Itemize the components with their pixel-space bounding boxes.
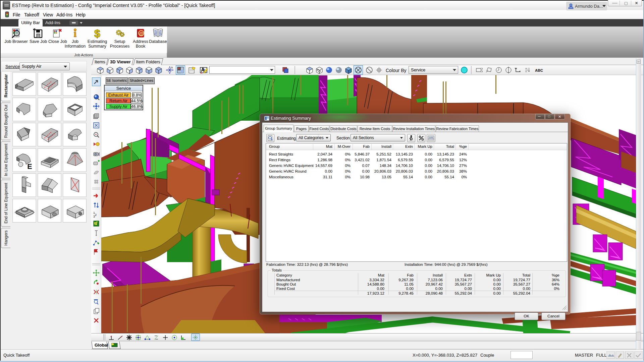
svg-text:A: A (201, 71, 203, 74)
svg-text:$: $ (94, 28, 100, 39)
svg-text:2: 2 (95, 213, 97, 217)
svg-text:N: N (171, 66, 173, 69)
svg-text:E: E (27, 162, 32, 171)
svg-text:3: 3 (93, 215, 95, 218)
svg-text:@: @ (139, 31, 144, 36)
